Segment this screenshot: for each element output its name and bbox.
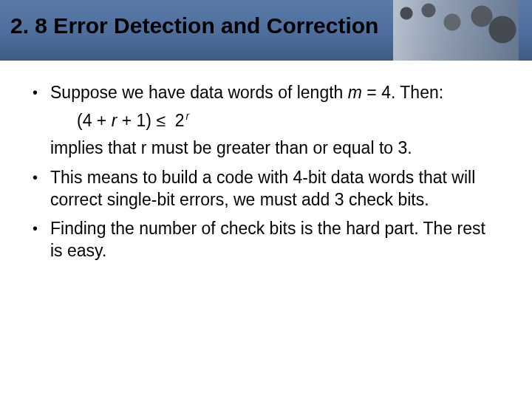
bullet-1-m: m [348,83,362,102]
bullet-2: • This means to build a code with 4-bit … [33,166,499,211]
bullet-2-text: This means to build a code with 4-bit da… [50,166,499,211]
formula-pre: (4 + [77,111,112,130]
bullet-1-text: Suppose we have data words of length m =… [50,81,499,103]
formula-r-exp: r [186,111,190,122]
formula-mid1: + 1) [117,111,156,130]
formula-le: ≤ [156,111,166,130]
bullet-dot: • [33,219,50,238]
bullet-dot: • [33,168,50,187]
slide-title: 2. 8 Error Detection and Correction [10,13,378,38]
formula-mid2: 2 [166,111,185,130]
formula-line: (4 + r + 1) ≤ 2r [77,109,499,132]
header-photo [393,0,519,61]
slide-content: • Suppose we have data words of length m… [0,81,532,268]
bullet-1-continue: implies that r must be greater than or e… [50,137,499,159]
bullet-3-text: Finding the number of check bits is the … [50,217,499,262]
bullet-1-post: = 4. Then: [362,83,443,102]
bullet-3: • Finding the number of check bits is th… [33,217,499,262]
bullet-1: • Suppose we have data words of length m… [33,81,499,103]
bullet-1-pre: Suppose we have data words of length [50,83,348,102]
bullet-dot: • [33,83,50,102]
